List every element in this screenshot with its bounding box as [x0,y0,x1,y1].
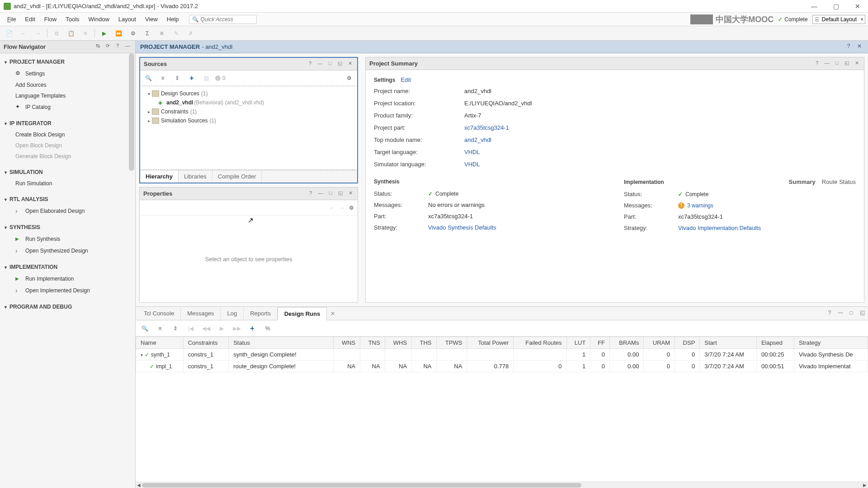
col-ff[interactable]: FF [590,337,610,349]
chevron-down-icon[interactable]: ▾ [146,91,152,96]
table-row[interactable]: ✓impl_1 constrs_1 route_design Complete!… [136,361,868,372]
bottom-minimize-icon[interactable]: — [836,310,844,318]
quick-access-search[interactable]: 🔍 [189,15,257,24]
synth-strategy-value[interactable]: Vivado Synthesis Defaults [428,224,606,231]
flow-nav-help-icon[interactable]: ? [113,43,122,51]
quick-access-input[interactable] [201,16,254,23]
summary-maximize-icon[interactable]: □ [833,60,840,67]
flow-nav-collapse-icon[interactable]: ⇆ [94,43,102,51]
bottom-help-icon[interactable]: ? [826,310,834,318]
tab-messages[interactable]: Messages [181,307,221,319]
menu-view[interactable]: View [141,14,162,24]
runs-expand-icon[interactable]: ⇕ [170,323,181,334]
section-implementation[interactable]: ▾IMPLEMENTATION [0,261,135,273]
tree-top-module[interactable]: and2_vhdl (Behavioral) (and2_vhdl.vhd) [144,98,354,107]
back-button[interactable]: ← [18,28,29,39]
col-tns[interactable]: TNS [360,337,385,349]
menu-file[interactable]: File [3,14,20,24]
summary-help-icon[interactable]: ? [813,60,821,67]
scroll-right-icon[interactable]: ▶ [862,482,868,488]
value-project-part[interactable]: xc7a35tcsg324-1 [464,124,856,131]
sources-float-icon[interactable]: ◱ [336,61,344,68]
pm-close-icon[interactable]: ✕ [855,43,863,51]
layout-selector[interactable]: Default Layout [812,15,865,24]
paste-button[interactable]: 📋 [66,28,76,39]
menu-window[interactable]: Window [84,14,114,24]
nav-run-simulation[interactable]: Run Simulation [0,178,135,189]
summary-close-icon[interactable]: ✕ [853,60,860,67]
tree-design-sources[interactable]: ▾ Design Sources (1) [144,89,354,98]
col-elapsed[interactable]: Elapsed [756,337,794,349]
nav-create-block-design[interactable]: Create Block Design [0,129,135,140]
sources-hier-icon[interactable]: ▤ [201,73,212,84]
nav-open-synthesized-design[interactable]: Open Synthesized Design [0,245,135,257]
prop-back-icon[interactable]: ← [329,205,335,211]
scroll-left-icon[interactable]: ◀ [136,482,142,488]
runs-prev-icon[interactable]: ◀◀ [201,323,212,334]
col-wns[interactable]: WNS [333,337,360,349]
impl-strategy-value[interactable]: Vivado Implementation Defaults [678,225,856,231]
col-ths[interactable]: THS [412,337,436,349]
tab-compile-order[interactable]: Compile Order [212,170,262,183]
runs-play-icon[interactable]: ▶ [216,323,227,334]
sources-settings-icon[interactable]: ⚙ [344,73,354,84]
chevron-right-icon[interactable]: ▸ [146,118,152,123]
tab-libraries[interactable]: Libraries [179,170,212,183]
value-simulator-language[interactable]: VHDL [464,161,856,168]
flow-nav-minimize-icon[interactable]: — [123,43,132,51]
nav-generate-block-design[interactable]: Generate Block Design [0,151,135,162]
bottom-maximize-icon[interactable]: □ [847,310,855,318]
sources-add-icon[interactable]: + [186,73,197,84]
run-step-button[interactable]: ⏩ [113,28,124,39]
sources-maximize-icon[interactable]: □ [326,61,334,68]
section-synthesis[interactable]: ▾SYNTHESIS [0,221,135,233]
menu-flow[interactable]: Flow [40,14,61,24]
scrollbar-thumb[interactable] [142,483,581,488]
runs-add-icon[interactable]: + [247,323,258,334]
col-dsp[interactable]: DSP [675,337,700,349]
sources-collapse-icon[interactable]: ≡ [157,73,168,84]
col-lut[interactable]: LUT [566,337,590,349]
edit-button[interactable]: ✎ [171,28,182,39]
horizontal-scrollbar[interactable]: ◀ ▶ [136,482,868,488]
summary-edit-link[interactable]: Edit [401,76,410,83]
col-total-power[interactable]: Total Power [467,337,514,349]
nav-run-implementation[interactable]: Run Implementation [0,273,135,285]
sources-expand-icon[interactable]: ⇕ [172,73,183,84]
tab-tcl-console[interactable]: Tcl Console [137,307,181,319]
properties-maximize-icon[interactable]: □ [327,190,334,197]
delete-button[interactable]: ✕ [80,28,91,39]
menu-edit[interactable]: Edit [20,14,39,24]
sigma-button[interactable]: Σ [142,28,153,39]
runs-collapse-icon[interactable]: ≡ [155,323,165,334]
tab-design-runs[interactable]: Design Runs [278,307,327,320]
copy-button[interactable]: ⧉ [51,28,62,39]
summary-float-icon[interactable]: ◱ [843,60,850,67]
new-button[interactable]: 📄 [4,28,14,39]
section-ip-integrator[interactable]: ▾IP INTEGRATOR [0,117,135,129]
impl-tab-route-status[interactable]: Route Status [822,178,856,185]
section-simulation[interactable]: ▾SIMULATION [0,166,135,178]
col-brams[interactable]: BRAMs [610,337,644,349]
col-uram[interactable]: URAM [644,337,675,349]
col-constraints[interactable]: Constraints [183,337,228,349]
menu-help[interactable]: Help [162,14,184,24]
value-top-module[interactable]: and2_vhdl [464,136,856,143]
tab-log[interactable]: Log [221,307,244,319]
runs-search-icon[interactable]: 🔍 [139,323,150,334]
col-start[interactable]: Start [700,337,757,349]
cancel-button[interactable]: ✖ [156,28,167,39]
impl-tab-summary[interactable]: Summary [789,178,816,185]
chevron-down-icon[interactable]: ▾ [141,352,143,357]
properties-close-icon[interactable]: ✕ [347,190,354,197]
properties-minimize-icon[interactable]: — [317,190,324,197]
nav-settings[interactable]: Settings [0,68,135,80]
nav-add-sources[interactable]: Add Sources [0,80,135,90]
maximize-button[interactable]: ▢ [829,2,843,11]
flow-nav-scrollbar[interactable] [129,53,134,171]
bottom-float-icon[interactable]: ◱ [858,310,866,318]
nav-open-implemented-design[interactable]: Open Implemented Design [0,285,135,296]
properties-help-icon[interactable]: ? [307,190,314,197]
runs-first-icon[interactable]: |◀ [185,323,196,334]
clear-button[interactable]: ✗ [185,28,196,39]
